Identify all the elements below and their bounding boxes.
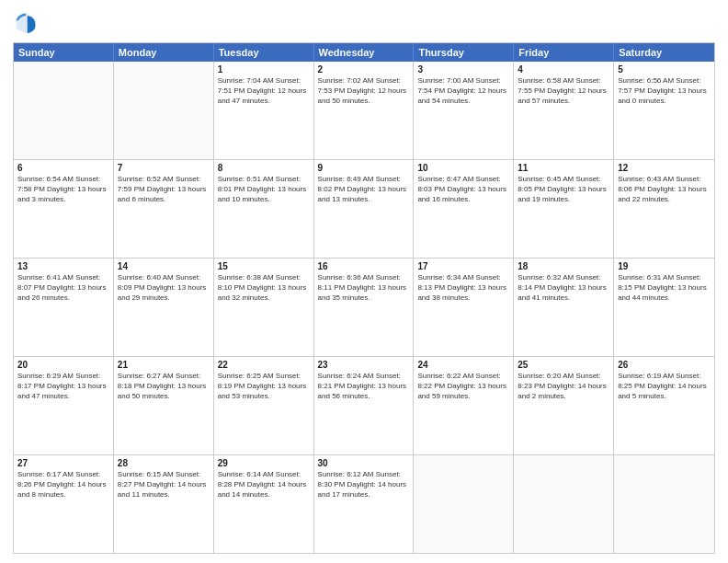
cell-text: Sunrise: 6:56 AM Sunset: 7:57 PM Dayligh… xyxy=(618,76,711,106)
day-number: 5 xyxy=(618,64,711,75)
calendar-header: SundayMondayTuesdayWednesdayThursdayFrid… xyxy=(14,43,714,62)
cell-text: Sunrise: 6:38 AM Sunset: 8:10 PM Dayligh… xyxy=(218,273,310,303)
cell-text: Sunrise: 6:14 AM Sunset: 8:28 PM Dayligh… xyxy=(218,470,310,500)
day-number: 6 xyxy=(17,163,109,173)
day-number: 13 xyxy=(17,261,109,271)
calendar-row-3: 20Sunrise: 6:29 AM Sunset: 8:17 PM Dayli… xyxy=(14,356,714,454)
calendar-row-4: 27Sunrise: 6:17 AM Sunset: 8:26 PM Dayli… xyxy=(14,454,714,553)
weekday-header-tuesday: Tuesday xyxy=(214,43,314,62)
cell-text: Sunrise: 6:36 AM Sunset: 8:11 PM Dayligh… xyxy=(318,273,410,303)
weekday-header-monday: Monday xyxy=(114,43,214,62)
day-number: 17 xyxy=(417,261,509,271)
calendar-cell: 22Sunrise: 6:25 AM Sunset: 8:19 PM Dayli… xyxy=(214,357,314,454)
calendar-cell: 4Sunrise: 6:58 AM Sunset: 7:55 PM Daylig… xyxy=(514,62,614,159)
cell-text: Sunrise: 6:54 AM Sunset: 7:58 PM Dayligh… xyxy=(17,175,109,204)
cell-text: Sunrise: 6:40 AM Sunset: 8:09 PM Dayligh… xyxy=(118,273,210,303)
day-number: 27 xyxy=(17,458,109,468)
calendar-cell: 13Sunrise: 6:41 AM Sunset: 8:07 PM Dayli… xyxy=(14,259,114,356)
calendar-cell: 9Sunrise: 6:49 AM Sunset: 8:02 PM Daylig… xyxy=(314,160,415,258)
cell-text: Sunrise: 6:20 AM Sunset: 8:23 PM Dayligh… xyxy=(518,372,609,401)
calendar-cell: 30Sunrise: 6:12 AM Sunset: 8:30 PM Dayli… xyxy=(314,455,415,553)
calendar-body: 1Sunrise: 7:04 AM Sunset: 7:51 PM Daylig… xyxy=(14,62,714,553)
day-number: 23 xyxy=(318,360,410,370)
calendar-cell: 6Sunrise: 6:54 AM Sunset: 7:58 PM Daylig… xyxy=(14,160,114,258)
cell-text: Sunrise: 6:43 AM Sunset: 8:06 PM Dayligh… xyxy=(618,175,711,204)
calendar-cell: 20Sunrise: 6:29 AM Sunset: 8:17 PM Dayli… xyxy=(14,357,114,454)
cell-text: Sunrise: 6:45 AM Sunset: 8:05 PM Dayligh… xyxy=(518,175,609,204)
day-number: 29 xyxy=(218,458,310,468)
day-number: 19 xyxy=(618,261,711,271)
calendar-cell: 11Sunrise: 6:45 AM Sunset: 8:05 PM Dayli… xyxy=(514,160,614,258)
weekday-header-wednesday: Wednesday xyxy=(314,43,415,62)
calendar-cell: 29Sunrise: 6:14 AM Sunset: 8:28 PM Dayli… xyxy=(214,455,314,553)
day-number: 10 xyxy=(417,163,509,173)
cell-text: Sunrise: 6:24 AM Sunset: 8:21 PM Dayligh… xyxy=(318,372,410,401)
calendar-row-0: 1Sunrise: 7:04 AM Sunset: 7:51 PM Daylig… xyxy=(14,62,714,159)
calendar-cell: 21Sunrise: 6:27 AM Sunset: 8:18 PM Dayli… xyxy=(114,357,214,454)
calendar-cell: 12Sunrise: 6:43 AM Sunset: 8:06 PM Dayli… xyxy=(614,160,714,258)
calendar-cell: 19Sunrise: 6:31 AM Sunset: 8:15 PM Dayli… xyxy=(614,259,714,356)
day-number: 15 xyxy=(218,261,310,271)
calendar-cell: 5Sunrise: 6:56 AM Sunset: 7:57 PM Daylig… xyxy=(614,62,714,159)
calendar-cell: 16Sunrise: 6:36 AM Sunset: 8:11 PM Dayli… xyxy=(314,259,415,356)
day-number: 14 xyxy=(118,261,210,271)
cell-text: Sunrise: 6:51 AM Sunset: 8:01 PM Dayligh… xyxy=(218,175,310,204)
cell-text: Sunrise: 6:47 AM Sunset: 8:03 PM Dayligh… xyxy=(417,175,509,204)
calendar-cell xyxy=(614,455,714,553)
day-number: 21 xyxy=(118,360,210,370)
weekday-header-friday: Friday xyxy=(514,43,614,62)
day-number: 22 xyxy=(218,360,310,370)
calendar-cell: 25Sunrise: 6:20 AM Sunset: 8:23 PM Dayli… xyxy=(514,357,614,454)
day-number: 16 xyxy=(318,261,410,271)
cell-text: Sunrise: 6:19 AM Sunset: 8:25 PM Dayligh… xyxy=(618,372,711,401)
cell-text: Sunrise: 7:04 AM Sunset: 7:51 PM Dayligh… xyxy=(218,76,310,106)
weekday-header-sunday: Sunday xyxy=(14,43,114,62)
cell-text: Sunrise: 6:58 AM Sunset: 7:55 PM Dayligh… xyxy=(518,76,609,106)
day-number: 18 xyxy=(518,261,609,271)
cell-text: Sunrise: 6:17 AM Sunset: 8:26 PM Dayligh… xyxy=(17,470,109,500)
cell-text: Sunrise: 6:49 AM Sunset: 8:02 PM Dayligh… xyxy=(318,175,410,204)
calendar-row-2: 13Sunrise: 6:41 AM Sunset: 8:07 PM Dayli… xyxy=(14,258,714,356)
day-number: 11 xyxy=(518,163,609,173)
cell-text: Sunrise: 6:15 AM Sunset: 8:27 PM Dayligh… xyxy=(118,470,210,500)
cell-text: Sunrise: 6:25 AM Sunset: 8:19 PM Dayligh… xyxy=(218,372,310,401)
cell-text: Sunrise: 6:22 AM Sunset: 8:22 PM Dayligh… xyxy=(417,372,509,401)
calendar-cell: 15Sunrise: 6:38 AM Sunset: 8:10 PM Dayli… xyxy=(214,259,314,356)
day-number: 1 xyxy=(218,64,310,75)
calendar-cell: 26Sunrise: 6:19 AM Sunset: 8:25 PM Dayli… xyxy=(614,357,714,454)
calendar-cell: 23Sunrise: 6:24 AM Sunset: 8:21 PM Dayli… xyxy=(314,357,415,454)
calendar-cell xyxy=(114,62,214,159)
day-number: 2 xyxy=(318,64,410,75)
calendar-cell: 3Sunrise: 7:00 AM Sunset: 7:54 PM Daylig… xyxy=(414,62,514,159)
cell-text: Sunrise: 6:31 AM Sunset: 8:15 PM Dayligh… xyxy=(618,273,711,303)
cell-text: Sunrise: 6:29 AM Sunset: 8:17 PM Dayligh… xyxy=(17,372,109,401)
calendar-cell: 1Sunrise: 7:04 AM Sunset: 7:51 PM Daylig… xyxy=(214,62,314,159)
weekday-header-saturday: Saturday xyxy=(614,43,714,62)
day-number: 8 xyxy=(218,163,310,173)
cell-text: Sunrise: 6:34 AM Sunset: 8:13 PM Dayligh… xyxy=(417,273,509,303)
day-number: 4 xyxy=(518,64,609,75)
calendar-cell: 27Sunrise: 6:17 AM Sunset: 8:26 PM Dayli… xyxy=(14,455,114,553)
calendar-cell xyxy=(14,62,114,159)
day-number: 24 xyxy=(417,360,509,370)
calendar-cell: 28Sunrise: 6:15 AM Sunset: 8:27 PM Dayli… xyxy=(114,455,214,553)
cell-text: Sunrise: 7:00 AM Sunset: 7:54 PM Dayligh… xyxy=(417,76,509,106)
calendar-cell: 18Sunrise: 6:32 AM Sunset: 8:14 PM Dayli… xyxy=(514,259,614,356)
day-number: 25 xyxy=(518,360,609,370)
logo xyxy=(13,9,42,35)
cell-text: Sunrise: 6:41 AM Sunset: 8:07 PM Dayligh… xyxy=(17,273,109,303)
calendar-cell: 7Sunrise: 6:52 AM Sunset: 7:59 PM Daylig… xyxy=(114,160,214,258)
day-number: 3 xyxy=(417,64,509,75)
day-number: 30 xyxy=(318,458,410,468)
day-number: 28 xyxy=(118,458,210,468)
calendar-row-1: 6Sunrise: 6:54 AM Sunset: 7:58 PM Daylig… xyxy=(14,159,714,258)
calendar: SundayMondayTuesdayWednesdayThursdayFrid… xyxy=(13,42,715,554)
cell-text: Sunrise: 6:12 AM Sunset: 8:30 PM Dayligh… xyxy=(318,470,410,500)
day-number: 26 xyxy=(618,360,711,370)
day-number: 12 xyxy=(618,163,711,173)
day-number: 7 xyxy=(118,163,210,173)
cell-text: Sunrise: 6:27 AM Sunset: 8:18 PM Dayligh… xyxy=(118,372,210,401)
page: SundayMondayTuesdayWednesdayThursdayFrid… xyxy=(0,0,728,563)
cell-text: Sunrise: 6:52 AM Sunset: 7:59 PM Dayligh… xyxy=(118,175,210,204)
calendar-cell: 24Sunrise: 6:22 AM Sunset: 8:22 PM Dayli… xyxy=(414,357,514,454)
